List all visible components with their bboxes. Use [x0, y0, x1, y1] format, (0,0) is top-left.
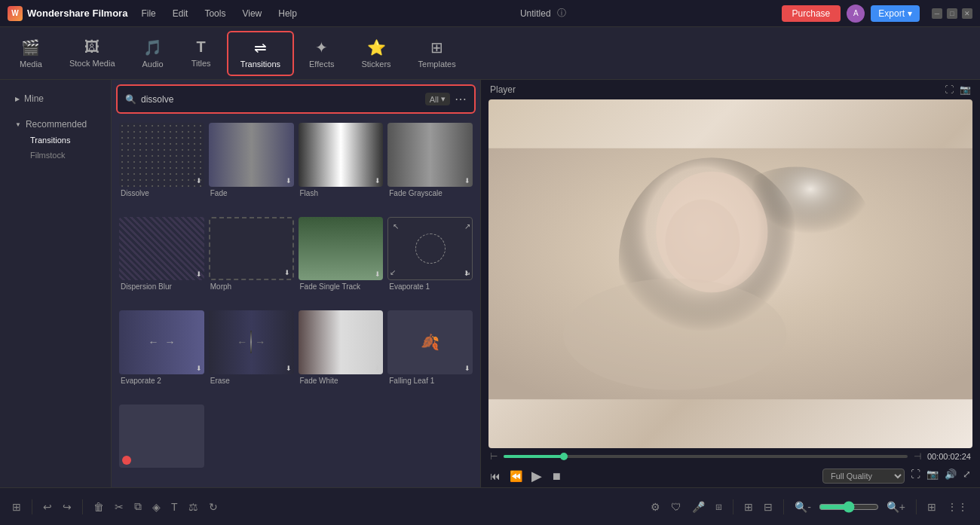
cut-button[interactable]: ✂	[112, 498, 127, 516]
tool-templates[interactable]: ⊞ Templates	[406, 32, 468, 75]
transition-item-morph[interactable]: ⬇ Morph	[209, 217, 294, 307]
app-logo-icon: W	[8, 6, 23, 21]
progress-bar[interactable]	[504, 455, 908, 458]
transition-thumb-fade-grayscale: ⬇	[387, 123, 473, 187]
transition-label-evaporate-1: Evaporate 1	[387, 282, 473, 291]
extra-controls: Full Quality Half Quality Quarter Qualit…	[822, 469, 971, 484]
split-button[interactable]: ⊞	[741, 498, 756, 516]
transition-label-fade: Fade	[209, 189, 294, 197]
tool-titles-label: Titles	[191, 59, 211, 68]
mic-button[interactable]: 🎤	[689, 498, 708, 516]
menu-view[interactable]: View	[234, 5, 269, 22]
erase-arrows: ← →	[237, 331, 265, 353]
transition-label-flash: Flash	[299, 189, 384, 197]
tool-stickers[interactable]: ⭐ Stickers	[349, 32, 403, 75]
menu-edit[interactable]: Edit	[165, 5, 196, 22]
minimize-button[interactable]: ─	[932, 8, 942, 19]
tool-audio[interactable]: 🎵 Audio	[130, 32, 176, 75]
chevron-down-icon: ▾	[441, 94, 446, 104]
panel-subitem-transitions[interactable]: Transitions	[9, 133, 102, 148]
tool-transitions[interactable]: ⇌ Transitions	[227, 31, 294, 76]
volume-button[interactable]: 🔊	[945, 469, 957, 484]
zoom-slider[interactable]	[819, 501, 879, 513]
step-back-button[interactable]: ⏪	[510, 470, 522, 482]
fullscreen-icon[interactable]: ⛶	[945, 84, 954, 95]
purchase-button[interactable]: Purchase	[782, 5, 841, 22]
text-button[interactable]: T	[168, 498, 181, 516]
wrap-button[interactable]: ⧉	[131, 497, 145, 516]
tool-media[interactable]: 🎬 Media	[8, 32, 54, 75]
recommended-arrow-icon: ▼	[15, 121, 21, 128]
download-icon: ⬇	[464, 270, 470, 277]
menu-file[interactable]: File	[133, 5, 163, 22]
maximize-button[interactable]: □	[947, 8, 957, 19]
download-icon: ⬇	[375, 365, 381, 372]
transition-item-fade-single-track[interactable]: ⬇ Fade Single Track	[299, 217, 384, 307]
transition-item-dissolve[interactable]: ⬇ Dissolve	[119, 123, 204, 212]
fit-screen-button[interactable]: ⛶	[911, 469, 920, 484]
rewind-button[interactable]: ⏮	[490, 470, 501, 482]
download-icon: ⬇	[286, 177, 292, 185]
transition-item-fade-white[interactable]: ⬇ Fade White	[299, 310, 384, 400]
top-bar: W Wondershare Filmora File Edit Tools Vi…	[0, 0, 980, 27]
tool-stock-media[interactable]: 🖼 Stock Media	[57, 32, 127, 74]
fullscreen-button[interactable]: ⤢	[963, 469, 971, 484]
panel-recommended-header[interactable]: ▼ Recommended	[9, 116, 102, 133]
tool-templates-label: Templates	[418, 60, 456, 69]
transition-item-evaporate-1[interactable]: ↖↗ ↙↘ ⬇ Evaporate 1	[387, 217, 473, 307]
play-button[interactable]: ▶	[531, 468, 542, 484]
stop-button[interactable]: ⏹	[551, 470, 562, 482]
menu-help[interactable]: Help	[271, 5, 305, 22]
tool-titles[interactable]: T Titles	[179, 32, 224, 74]
undo-button[interactable]: ↩	[40, 498, 55, 516]
shield-button[interactable]: 🛡	[668, 498, 684, 516]
app-name: Wondershare Filmora	[27, 8, 127, 19]
quality-select[interactable]: Full Quality Half Quality Quarter Qualit…	[822, 469, 905, 484]
snapshot-button[interactable]: 📷	[926, 469, 939, 484]
progress-handle[interactable]	[560, 453, 568, 460]
tool-effects[interactable]: ✦ Effects	[297, 32, 346, 75]
transition-item-falling-leaf-1[interactable]: 🍂 ⬇ Falling Leaf 1	[387, 310, 473, 400]
stock-media-icon: 🖼	[84, 38, 100, 56]
transitions-icon: ⇌	[254, 38, 267, 56]
transition-item-fade-grayscale[interactable]: ⬇ Fade Grayscale	[387, 123, 473, 212]
transition-thumb-fade: ⬇	[209, 123, 294, 187]
more-button[interactable]: ⋮⋮	[944, 498, 971, 516]
filter-dropdown[interactable]: All ▾	[425, 93, 450, 105]
range-start-icon: ⊢	[490, 451, 498, 462]
info-icon[interactable]: ⓘ	[557, 7, 566, 20]
snapshot-icon[interactable]: 📷	[960, 84, 971, 95]
loop-button[interactable]: ↻	[206, 498, 221, 516]
close-button[interactable]: ✕	[962, 8, 972, 19]
tag-button[interactable]: ◈	[149, 498, 164, 516]
transition-item-fade[interactable]: ⬇ Fade	[209, 123, 294, 212]
redo-button[interactable]: ↪	[60, 498, 75, 516]
top-bar-left: W Wondershare Filmora File Edit Tools Vi…	[8, 5, 305, 22]
delete-button[interactable]: 🗑	[90, 498, 107, 516]
panel-mine-header[interactable]: ▶ Mine	[9, 90, 102, 107]
download-icon: ⬇	[196, 177, 202, 185]
more-options-button[interactable]: ⋯	[455, 92, 467, 106]
zoom-in-button[interactable]: 🔍+	[884, 498, 908, 516]
transition-item-evaporate-2[interactable]: ←→ ⬇ Evaporate 2	[119, 310, 204, 400]
settings-button[interactable]: ⚙	[648, 498, 663, 516]
media-icon: 🎬	[21, 38, 40, 56]
top-bar-center: Untitled ⓘ	[520, 7, 566, 20]
zoom-out-button[interactable]: 🔍-	[792, 498, 814, 516]
transition-item-erase[interactable]: ← → ⬇ Erase	[209, 310, 294, 400]
menu-tools[interactable]: Tools	[197, 5, 233, 22]
search-input[interactable]	[141, 94, 421, 105]
layers-button[interactable]: ⧆	[712, 497, 725, 516]
panel-subitem-filmstock[interactable]: Filmstock	[9, 148, 102, 163]
transition-item-flash[interactable]: ⬇ Flash	[299, 123, 384, 212]
grid-button[interactable]: ⊞	[924, 498, 939, 516]
transition-item-extra[interactable]	[119, 404, 204, 484]
avatar[interactable]: A	[847, 5, 865, 23]
insert-button[interactable]: ⊟	[761, 498, 776, 516]
player-header: Player ⛶ 📷	[481, 80, 980, 99]
layout-button[interactable]: ⊞	[9, 498, 24, 516]
transition-item-dispersion-blur[interactable]: ⬇ Dispersion Blur	[119, 217, 204, 307]
adjust-button[interactable]: ⚖	[185, 498, 201, 516]
export-button[interactable]: Export ▾	[871, 5, 920, 22]
separator-5	[916, 499, 917, 514]
